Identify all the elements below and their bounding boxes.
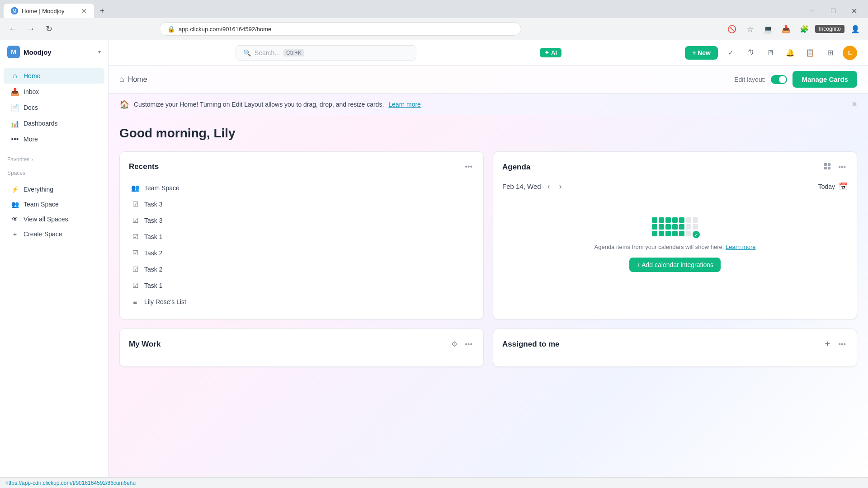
assigned-add-button[interactable]: + bbox=[822, 338, 833, 350]
recents-item-team-space[interactable]: 👥 Team Space bbox=[129, 180, 474, 196]
reload-button[interactable]: ↻ bbox=[42, 22, 56, 36]
camera-off-icon[interactable]: 🚫 bbox=[725, 22, 739, 36]
agenda-grid-icon[interactable] bbox=[822, 161, 833, 174]
space-item-label: Team Space bbox=[24, 201, 59, 208]
banner-icon: 🏠 bbox=[119, 99, 129, 109]
recents-card: Recents ••• 👥 Team Space ☑ Task bbox=[119, 151, 484, 319]
new-button[interactable]: + New bbox=[685, 46, 718, 60]
page-title: Home bbox=[128, 75, 147, 84]
task-icon: ☑ bbox=[131, 281, 140, 290]
my-work-settings-button[interactable]: ⚙ bbox=[449, 338, 459, 350]
calendar-visual: ✓ bbox=[652, 217, 698, 236]
sidebar-item-everything[interactable]: ⚡ Everything bbox=[4, 182, 104, 197]
assigned-more-button[interactable]: ••• bbox=[836, 338, 848, 350]
incognito-badge[interactable]: Incognito bbox=[815, 25, 844, 33]
download-icon[interactable]: 📥 bbox=[779, 22, 793, 36]
agenda-prev-button[interactable]: ‹ bbox=[545, 181, 553, 192]
toggle-knob bbox=[779, 76, 786, 83]
url-bar[interactable]: 🔒 app.clickup.com/9016164592/home bbox=[160, 22, 521, 36]
lock-icon: 🔒 bbox=[167, 25, 175, 33]
recents-item-task-1-a[interactable]: ☑ Task 1 bbox=[129, 229, 474, 245]
recents-more-button[interactable]: ••• bbox=[463, 161, 474, 173]
forward-button[interactable]: → bbox=[24, 22, 38, 36]
maximize-button[interactable]: □ bbox=[823, 4, 844, 18]
recents-item-lily-list[interactable]: ≡ Lily Rose's List bbox=[129, 294, 474, 310]
back-button[interactable]: ← bbox=[5, 22, 20, 36]
clock-icon[interactable]: ⏱ bbox=[743, 46, 758, 60]
device-icon[interactable]: 💻 bbox=[761, 22, 775, 36]
sidebar-item-view-all-spaces[interactable]: 👁 View all Spaces bbox=[4, 212, 104, 226]
my-work-card: My Work ⚙ ••• bbox=[119, 328, 484, 367]
recent-item-label: Lily Rose's List bbox=[144, 298, 186, 305]
agenda-card-header: Agenda ••• bbox=[502, 161, 848, 174]
ai-button[interactable]: ✦ AI bbox=[540, 48, 561, 57]
extensions-icon[interactable]: 🧩 bbox=[797, 22, 811, 36]
sidebar-item-label: Inbox bbox=[24, 88, 39, 95]
my-work-more-button[interactable]: ••• bbox=[463, 338, 474, 350]
apps-grid-icon[interactable]: ⊞ bbox=[823, 46, 837, 60]
recents-title: Recents bbox=[129, 162, 159, 171]
space-item-label: View all Spaces bbox=[24, 216, 68, 223]
workspace-chevron-icon: ▾ bbox=[98, 49, 101, 55]
bell-icon[interactable]: 🔔 bbox=[783, 46, 797, 60]
workspace-header[interactable]: M Moodjoy ▾ bbox=[0, 40, 108, 64]
new-tab-button[interactable]: + bbox=[96, 5, 108, 17]
top-actions: + New ✓ ⏱ 🖥 🔔 📋 ⊞ L bbox=[685, 46, 857, 60]
agenda-learn-more-link[interactable]: Learn more bbox=[726, 244, 755, 250]
sidebar-item-team-space[interactable]: 👥 Team Space bbox=[4, 197, 104, 211]
edit-layout-toggle[interactable] bbox=[771, 75, 787, 84]
recents-item-task-3-a[interactable]: ☑ Task 3 bbox=[129, 196, 474, 212]
my-work-card-actions: ⚙ ••• bbox=[449, 338, 474, 350]
bookmark-icon[interactable]: ☆ bbox=[743, 22, 757, 36]
agenda-next-button[interactable]: › bbox=[557, 181, 565, 192]
list-icon: ≡ bbox=[131, 297, 140, 306]
agenda-more-button[interactable]: ••• bbox=[836, 161, 848, 173]
active-tab[interactable]: M Home | Moodjoy ✕ bbox=[4, 4, 94, 18]
recents-item-task-3-b[interactable]: ☑ Task 3 bbox=[129, 212, 474, 229]
tab-close-button[interactable]: ✕ bbox=[81, 7, 87, 15]
add-calendar-button[interactable]: + Add calendar integrations bbox=[629, 258, 721, 272]
agenda-title: Agenda bbox=[502, 163, 530, 172]
agenda-today-button[interactable]: Today bbox=[818, 183, 835, 190]
recents-item-task-1-b[interactable]: ☑ Task 1 bbox=[129, 277, 474, 294]
svg-rect-3 bbox=[828, 163, 830, 166]
task-icon: ☑ bbox=[131, 200, 140, 209]
sidebar: M Moodjoy ▾ ⌂ Home 📥 Inbox 📄 Docs 📊 Dash… bbox=[0, 40, 108, 477]
recents-item-task-2-a[interactable]: ☑ Task 2 bbox=[129, 245, 474, 261]
banner-learn-more-link[interactable]: Learn more bbox=[388, 101, 421, 108]
sidebar-item-label: Dashboards bbox=[24, 120, 58, 127]
tab-bar: M Home | Moodjoy ✕ + ─ □ ✕ bbox=[0, 0, 868, 18]
recent-item-label: Team Space bbox=[144, 184, 179, 192]
sidebar-item-home[interactable]: ⌂ Home bbox=[4, 68, 104, 84]
minimize-button[interactable]: ─ bbox=[802, 4, 823, 18]
sidebar-item-inbox[interactable]: 📥 Inbox bbox=[4, 84, 104, 99]
check-icon[interactable]: ✓ bbox=[723, 46, 738, 60]
search-bar[interactable]: 🔍 Search... Ctrl+K bbox=[236, 45, 416, 61]
sidebar-item-create-space[interactable]: + Create Space bbox=[4, 227, 104, 241]
workspace-name: Moodjoy bbox=[24, 48, 52, 56]
task-icon: ☑ bbox=[131, 249, 140, 258]
agenda-calendar-icon[interactable]: 📅 bbox=[839, 182, 848, 191]
search-icon: 🔍 bbox=[243, 49, 251, 56]
recents-item-task-2-b[interactable]: ☑ Task 2 bbox=[129, 261, 474, 277]
sidebar-item-dashboards[interactable]: 📊 Dashboards bbox=[4, 116, 104, 131]
recent-item-label: Task 2 bbox=[144, 266, 162, 273]
profile-icon[interactable]: 👤 bbox=[848, 22, 863, 36]
task-icon: ☑ bbox=[131, 265, 140, 274]
monitor-icon[interactable]: 🖥 bbox=[763, 46, 778, 60]
svg-text:M: M bbox=[13, 9, 16, 14]
agenda-date: Feb 14, Wed bbox=[502, 183, 541, 190]
banner-close-button[interactable]: × bbox=[852, 99, 857, 109]
address-bar: ← → ↻ 🔒 app.clickup.com/9016164592/home … bbox=[0, 18, 868, 40]
sidebar-item-docs[interactable]: 📄 Docs bbox=[4, 100, 104, 115]
home-icon: ⌂ bbox=[11, 72, 19, 80]
user-avatar[interactable]: L bbox=[843, 46, 857, 60]
document-icon[interactable]: 📋 bbox=[803, 46, 817, 60]
spaces-list: ⚡ Everything 👥 Team Space 👁 View all Spa… bbox=[0, 178, 108, 245]
sidebar-item-more[interactable]: ••• More bbox=[4, 131, 104, 147]
recent-item-label: Task 2 bbox=[144, 249, 162, 257]
manage-cards-button[interactable]: Manage Cards bbox=[793, 71, 857, 88]
close-window-button[interactable]: ✕ bbox=[844, 4, 864, 18]
create-space-icon: + bbox=[11, 230, 19, 238]
favorites-section[interactable]: Favorites › bbox=[0, 155, 108, 164]
